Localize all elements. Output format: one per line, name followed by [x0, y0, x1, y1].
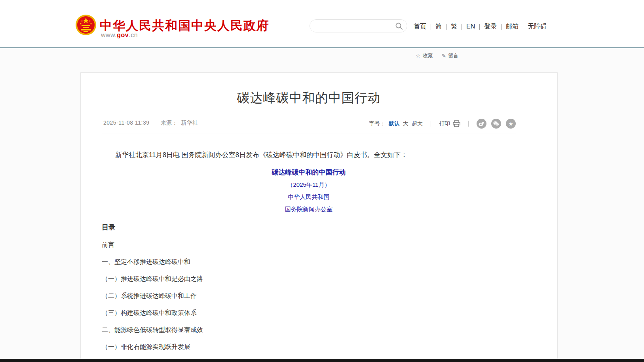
- site-url: www.gov.cn: [101, 32, 138, 39]
- message-button[interactable]: ✎ 留言: [442, 52, 459, 59]
- nav-divider: [501, 24, 502, 30]
- top-nav: 首页 简 繁 EN 登录 邮箱 无障碍: [414, 22, 547, 31]
- toc-item-section1: 一、坚定不移推进碳达峰碳中和: [102, 258, 516, 266]
- font-size-default[interactable]: 默认: [389, 120, 400, 127]
- national-emblem-logo: [75, 14, 97, 36]
- article-title: 碳达峰碳中和的中国行动: [102, 89, 516, 107]
- toc-item-preface: 前言: [102, 241, 516, 249]
- site-url-prefix: www.: [101, 32, 117, 38]
- nav-login[interactable]: 登录: [484, 23, 497, 31]
- toc-item-section1-1: （一）推进碳达峰碳中和是必由之路: [102, 275, 516, 283]
- toc-item-section2: 二、能源绿色低碳转型取得显著成效: [102, 326, 516, 334]
- star-glyph: ★: [508, 121, 513, 127]
- whitepaper-issuer-office: 国务院新闻办公室: [102, 206, 516, 213]
- article-datetime: 2025-11-08 11:39: [103, 119, 149, 127]
- article-tools: 字号： 默认 大 超大 打印: [369, 119, 516, 129]
- nav-english[interactable]: EN: [466, 23, 475, 30]
- nav-divider: [446, 24, 446, 30]
- source-value[interactable]: 新华社: [181, 119, 198, 127]
- weibo-icon[interactable]: [477, 119, 486, 129]
- pencil-icon: ✎: [442, 53, 446, 59]
- nav-simplified[interactable]: 简: [435, 23, 442, 31]
- toolbar-divider: [431, 121, 431, 127]
- search-icon[interactable]: [395, 22, 403, 30]
- site-url-gov: gov: [117, 32, 129, 38]
- site-url-suffix: .cn: [129, 32, 138, 38]
- whitepaper-title: 碳达峰碳中和的中国行动: [102, 168, 516, 177]
- favorite-button[interactable]: ☆ 收藏: [416, 52, 433, 59]
- star-share-icon[interactable]: ★: [506, 119, 516, 129]
- whitepaper-issuer-country: 中华人民共和国: [102, 193, 516, 201]
- article-content: 碳达峰碳中和的中国行动 2025-11-08 11:39 来源： 新华社 字号：…: [102, 73, 516, 351]
- search-input[interactable]: [316, 20, 393, 32]
- source-label: 来源：: [160, 119, 178, 127]
- nav-home[interactable]: 首页: [414, 23, 426, 31]
- toc-item-section1-3: （三）构建碳达峰碳中和政策体系: [102, 309, 516, 317]
- toc-item-section1-2: （二）系统推进碳达峰碳中和工作: [102, 292, 516, 300]
- site-header: 中华人民共和国中央人民政府 www.gov.cn 首页 简 繁 EN 登录 邮箱…: [0, 0, 644, 48]
- nav-divider: [431, 24, 431, 30]
- nav-divider: [523, 24, 523, 30]
- font-size-xlarge[interactable]: 超大: [412, 120, 423, 127]
- print-button[interactable]: 打印: [439, 120, 460, 127]
- article-intro: 新华社北京11月8日电 国务院新闻办公室8日发布《碳达峰碳中和的中国行动》白皮书…: [102, 150, 516, 160]
- article-meta: 2025-11-08 11:39 来源： 新华社: [103, 119, 198, 127]
- nav-divider: [479, 24, 480, 30]
- font-size-label: 字号：: [369, 120, 386, 127]
- nav-traditional[interactable]: 繁: [451, 23, 457, 31]
- star-outline-icon: ☆: [416, 53, 421, 59]
- nav-mail[interactable]: 邮箱: [506, 23, 519, 31]
- font-size-large[interactable]: 大: [403, 120, 408, 127]
- wechat-icon[interactable]: [491, 119, 501, 129]
- toolbar-divider: [468, 121, 469, 127]
- whitepaper-date: （2025年11月）: [102, 181, 516, 189]
- bottom-edge-bar: [0, 359, 644, 362]
- article-card: 碳达峰碳中和的中国行动 2025-11-08 11:39 来源： 新华社 字号：…: [80, 72, 558, 362]
- toc-item-section2-1: （一）非化石能源实现跃升发展: [102, 343, 516, 351]
- nav-accessibility[interactable]: 无障碍: [528, 23, 547, 31]
- favorite-label: 收藏: [423, 52, 433, 59]
- print-label: 打印: [439, 120, 450, 127]
- search-box[interactable]: [310, 19, 407, 32]
- page-actions: ☆ 收藏 ✎ 留言: [416, 52, 458, 59]
- article-meta-row: 2025-11-08 11:39 来源： 新华社 字号： 默认 大 超大 打印: [102, 119, 516, 133]
- share-icons: ★: [477, 119, 516, 129]
- message-label: 留言: [448, 52, 458, 59]
- nav-divider: [462, 24, 462, 30]
- printer-icon: [453, 120, 460, 127]
- toc-heading: 目录: [102, 223, 516, 232]
